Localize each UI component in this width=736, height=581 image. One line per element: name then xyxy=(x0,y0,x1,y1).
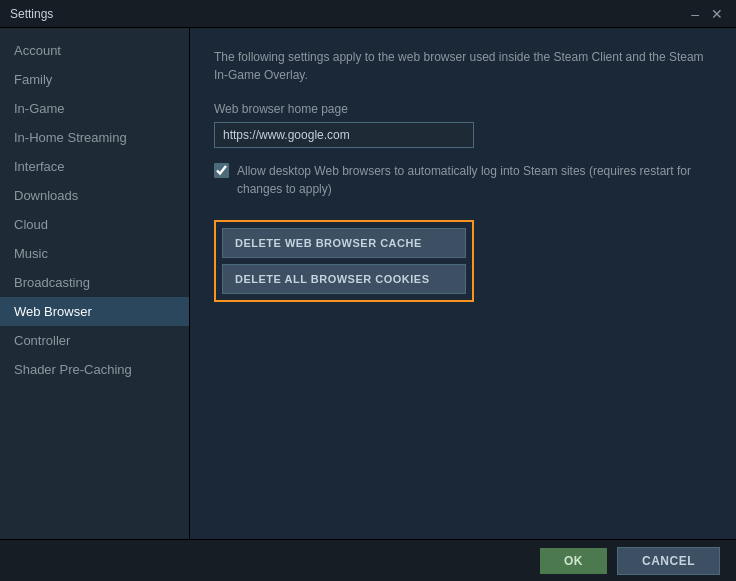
minimize-button[interactable]: – xyxy=(688,7,702,21)
sidebar-item-family[interactable]: Family xyxy=(0,65,189,94)
footer: OK CANCEL xyxy=(0,539,736,581)
cancel-button[interactable]: CANCEL xyxy=(617,547,720,575)
sidebar-item-controller[interactable]: Controller xyxy=(0,326,189,355)
description-text: The following settings apply to the web … xyxy=(214,48,712,84)
content-area: The following settings apply to the web … xyxy=(190,28,736,581)
sidebar-item-web-browser[interactable]: Web Browser xyxy=(0,297,189,326)
titlebar: Settings – ✕ xyxy=(0,0,736,28)
window-controls: – ✕ xyxy=(688,7,726,21)
allow-login-checkbox[interactable] xyxy=(214,163,229,178)
allow-login-label: Allow desktop Web browsers to automatica… xyxy=(237,162,712,198)
main-layout: Account Family In-Game In-Home Streaming… xyxy=(0,28,736,581)
sidebar-item-interface[interactable]: Interface xyxy=(0,152,189,181)
sidebar-item-in-home-streaming[interactable]: In-Home Streaming xyxy=(0,123,189,152)
home-page-label: Web browser home page xyxy=(214,102,712,116)
delete-buttons-group: DELETE WEB BROWSER CACHE DELETE ALL BROW… xyxy=(214,220,474,302)
sidebar-item-broadcasting[interactable]: Broadcasting xyxy=(0,268,189,297)
close-button[interactable]: ✕ xyxy=(708,7,726,21)
sidebar-item-shader-pre-caching[interactable]: Shader Pre-Caching xyxy=(0,355,189,384)
sidebar-item-account[interactable]: Account xyxy=(0,36,189,65)
allow-login-checkbox-wrapper[interactable] xyxy=(214,163,229,181)
window-title: Settings xyxy=(10,7,53,21)
sidebar: Account Family In-Game In-Home Streaming… xyxy=(0,28,190,581)
home-page-input[interactable] xyxy=(214,122,474,148)
sidebar-item-cloud[interactable]: Cloud xyxy=(0,210,189,239)
delete-cookies-button[interactable]: DELETE ALL BROWSER COOKIES xyxy=(222,264,466,294)
sidebar-item-music[interactable]: Music xyxy=(0,239,189,268)
ok-button[interactable]: OK xyxy=(540,548,607,574)
sidebar-item-in-game[interactable]: In-Game xyxy=(0,94,189,123)
checkbox-row: Allow desktop Web browsers to automatica… xyxy=(214,162,712,198)
sidebar-item-downloads[interactable]: Downloads xyxy=(0,181,189,210)
delete-cache-button[interactable]: DELETE WEB BROWSER CACHE xyxy=(222,228,466,258)
